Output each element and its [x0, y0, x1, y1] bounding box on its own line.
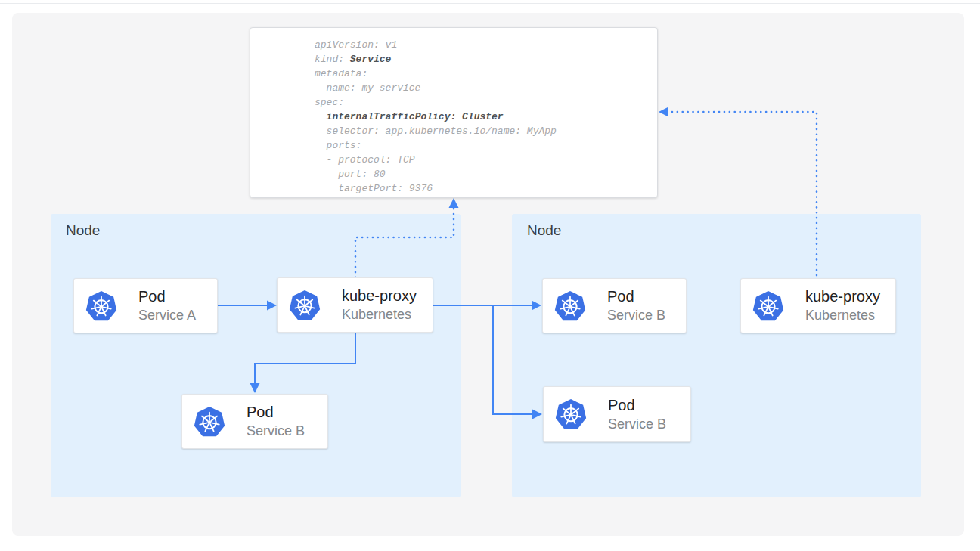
card-text: kube-proxy Kubernetes	[805, 288, 880, 323]
header-divider	[0, 3, 980, 4]
card-text: Pod Service B	[247, 404, 305, 439]
yaml-line: port: 80	[315, 167, 650, 181]
kubernetes-icon	[193, 405, 226, 438]
card-subtitle: Service B	[607, 308, 665, 323]
card-text: Pod Service A	[138, 288, 196, 323]
card-text: Pod Service B	[608, 397, 666, 432]
kube-proxy-left-card: kube-proxy Kubernetes	[277, 277, 433, 333]
card-title: kube-proxy	[342, 287, 417, 305]
pod-service-a-card: Pod Service A	[73, 278, 218, 333]
card-subtitle: Kubernetes	[342, 307, 417, 323]
kubernetes-icon	[752, 289, 785, 323]
card-text: kube-proxy Kubernetes	[342, 287, 417, 323]
card-title: kube-proxy	[805, 288, 880, 305]
kubernetes-icon	[554, 398, 588, 431]
kubernetes-icon	[85, 289, 118, 323]
yaml-line: ports:	[315, 138, 650, 153]
diagram-canvas: Node Node apiVersion: v1 kind: Serv	[12, 13, 964, 536]
yaml-line: name: my-service	[315, 81, 650, 95]
card-subtitle: Service B	[247, 423, 305, 439]
yaml-line: internalTrafficPolicy: Cluster	[315, 110, 650, 124]
card-subtitle: Service B	[608, 416, 666, 432]
yaml-line: apiVersion: v1	[315, 38, 650, 52]
card-title: Pod	[247, 404, 305, 421]
page: Node Node apiVersion: v1 kind: Serv	[0, 0, 980, 551]
yaml-line: metadata:	[315, 67, 650, 81]
yaml-line: kind: Service	[315, 52, 650, 67]
card-title: Pod	[608, 397, 666, 414]
pod-service-b-right-bottom-card: Pod Service B	[543, 386, 691, 442]
pod-service-b-right-top-card: Pod Service B	[542, 278, 687, 333]
yaml-line: - protocol: TCP	[315, 153, 650, 167]
yaml-line: selector: app.kubernetes.io/name: MyApp	[315, 124, 650, 138]
card-subtitle: Service A	[138, 308, 196, 323]
card-title: Pod	[607, 288, 665, 305]
card-subtitle: Kubernetes	[805, 308, 880, 323]
kubernetes-icon	[288, 289, 321, 322]
kube-proxy-right-card: kube-proxy Kubernetes	[740, 278, 896, 333]
kubernetes-icon	[554, 289, 587, 323]
service-yaml-card: apiVersion: v1 kind: Service metadata: n…	[250, 27, 658, 198]
yaml-line: targetPort: 9376	[315, 181, 650, 196]
card-text: Pod Service B	[607, 288, 665, 323]
pod-service-b-left-card: Pod Service B	[181, 394, 328, 449]
yaml-line: spec:	[315, 95, 650, 110]
card-title: Pod	[138, 288, 196, 305]
